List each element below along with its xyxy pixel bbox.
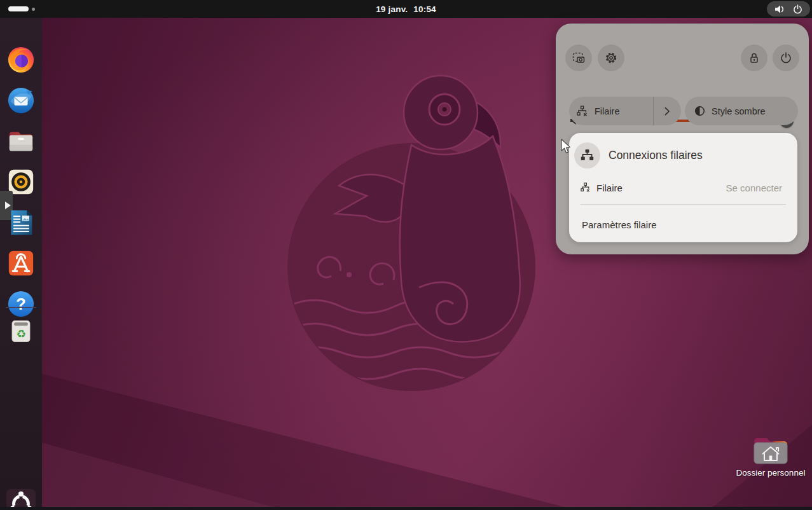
network-wired-offline-icon bbox=[577, 106, 588, 117]
svg-text:?: ? bbox=[16, 295, 26, 313]
svg-text:♻: ♻ bbox=[16, 327, 26, 340]
wired-settings-label: Paramètres filaire bbox=[582, 219, 657, 230]
gear-icon bbox=[604, 51, 618, 65]
contrast-icon bbox=[694, 106, 705, 116]
dock-item-files[interactable] bbox=[6, 126, 36, 156]
lock-icon bbox=[748, 52, 760, 64]
dock-item-trash[interactable]: ♻ bbox=[6, 315, 36, 346]
toggle-wired-label: Filaire bbox=[595, 106, 619, 116]
network-icon-circle bbox=[574, 142, 600, 169]
thunderbird-icon bbox=[6, 86, 36, 115]
bird-emblem bbox=[287, 76, 535, 396]
libreoffice-writer-icon bbox=[7, 208, 35, 237]
wired-menu-title: Connexions filaires bbox=[609, 149, 703, 162]
dock: ? ♻ bbox=[0, 18, 42, 510]
wired-submenu-arrow[interactable] bbox=[653, 97, 681, 125]
wired-item-action: Se connecter bbox=[726, 183, 782, 193]
menu-divider bbox=[581, 204, 786, 205]
bottom-edge-strip bbox=[0, 507, 812, 510]
toggle-dark-style[interactable]: Style sombre bbox=[685, 97, 798, 125]
dock-item-firefox[interactable] bbox=[6, 45, 36, 75]
clock-date: 19 janv. bbox=[376, 4, 408, 14]
toggle-wired[interactable]: Filaire bbox=[569, 97, 681, 125]
chevron-right-icon bbox=[664, 107, 670, 116]
mouse-cursor bbox=[560, 139, 572, 155]
firefox-icon bbox=[6, 45, 36, 74]
dock-item-help[interactable]: ? bbox=[6, 289, 36, 319]
network-wired-icon bbox=[581, 149, 594, 162]
quick-settings-panel: Filaire Style sombre bbox=[556, 24, 809, 254]
power-icon bbox=[780, 52, 792, 64]
dock-item-ubuntu-software[interactable] bbox=[6, 248, 36, 279]
wired-connections-menu: Connexions filaires Filaire Se connecter bbox=[569, 133, 797, 242]
help-icon: ? bbox=[6, 289, 36, 319]
wired-menu-item[interactable]: Filaire Se connecter bbox=[569, 176, 797, 199]
trash-icon: ♻ bbox=[8, 316, 34, 345]
system-tray-button[interactable] bbox=[767, 1, 810, 17]
wired-item-label: Filaire bbox=[596, 183, 623, 193]
speaker-icon bbox=[774, 4, 785, 14]
dock-divider bbox=[6, 307, 36, 308]
screenshot-icon bbox=[572, 51, 586, 65]
home-folder-icon bbox=[752, 434, 790, 466]
clock-time: 10:54 bbox=[413, 4, 436, 14]
wired-settings-item[interactable]: Paramètres filaire bbox=[569, 212, 797, 237]
wired-menu-header: Connexions filaires bbox=[569, 141, 797, 170]
toggle-dark-style-label: Style sombre bbox=[712, 106, 766, 116]
top-bar: 19 janv. 10:54 bbox=[0, 0, 812, 18]
power-icon bbox=[793, 4, 802, 14]
dock-item-thunderbird[interactable] bbox=[6, 85, 36, 116]
dock-item-libreoffice-writer[interactable] bbox=[6, 207, 36, 238]
volume-row bbox=[556, 67, 809, 88]
desktop-icon-home-folder[interactable]: Dossier personnel bbox=[731, 434, 810, 486]
clock-button[interactable]: 19 janv. 10:54 bbox=[0, 0, 812, 18]
ubuntu-desktop: 19 janv. 10:54 bbox=[0, 0, 812, 510]
files-icon bbox=[6, 127, 36, 156]
ubuntu-software-icon bbox=[6, 249, 36, 278]
network-wired-offline-icon bbox=[581, 183, 591, 193]
home-folder-label: Dossier personnel bbox=[736, 468, 806, 478]
